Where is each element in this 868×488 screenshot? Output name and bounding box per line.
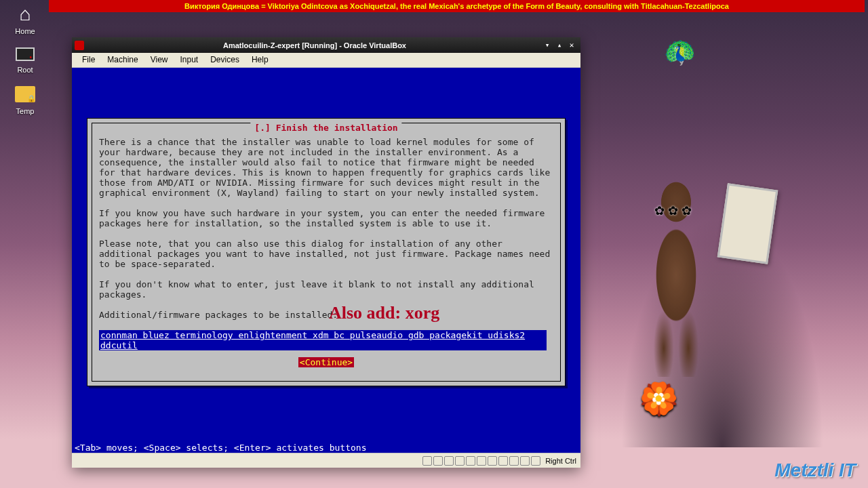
status-cpu-icon[interactable] bbox=[509, 456, 519, 466]
menu-bar: File Machine View Input Devices Help bbox=[72, 53, 580, 68]
key-hint: <Tab> moves; <Space> selects; <Enter> ac… bbox=[72, 443, 369, 453]
desktop-icon-label: Root bbox=[8, 66, 42, 74]
menu-help[interactable]: Help bbox=[245, 53, 275, 67]
dialog-paragraph: Please note, that you can also use this … bbox=[99, 239, 553, 269]
menu-machine[interactable]: Machine bbox=[101, 53, 144, 67]
menu-devices[interactable]: Devices bbox=[204, 53, 245, 67]
menu-view[interactable]: View bbox=[144, 53, 174, 67]
virtualbox-window: Amatlocuilin-Z-expert [Running] - Oracle… bbox=[72, 37, 580, 468]
wallpaper-bird: 🦚 bbox=[661, 35, 698, 69]
status-hdd-icon[interactable] bbox=[422, 456, 432, 466]
status-keyboard-icon[interactable] bbox=[531, 456, 540, 466]
status-display-icon[interactable] bbox=[488, 456, 497, 466]
hostkey-label: Right Ctrl bbox=[545, 457, 576, 465]
statusbar: Right Ctrl bbox=[72, 453, 580, 468]
dialog-border: [.] Finish the installation There is a c… bbox=[92, 123, 561, 382]
status-mouse-icon[interactable] bbox=[520, 456, 530, 466]
menu-input[interactable]: Input bbox=[174, 53, 205, 67]
desktop-icon-root[interactable]: Root bbox=[8, 47, 42, 74]
status-network-icon[interactable] bbox=[455, 456, 465, 466]
minimize-button[interactable]: ▾ bbox=[541, 41, 553, 49]
brand-logo: Metztli IT bbox=[774, 460, 856, 481]
home-icon: ⌂ bbox=[8, 3, 42, 25]
desktop-icon-label: Temp bbox=[8, 107, 42, 115]
status-optical-icon[interactable] bbox=[433, 456, 443, 466]
desktop-icon-home[interactable]: ⌂ Home bbox=[8, 3, 42, 35]
close-button[interactable]: ✕ bbox=[566, 41, 578, 49]
window-titlebar: Amatlocuilin-Z-expert [Running] - Oracle… bbox=[72, 37, 580, 53]
menu-file[interactable]: File bbox=[76, 53, 101, 67]
desktop-icon-temp[interactable]: Temp bbox=[8, 86, 42, 115]
wallpaper-glyph: 🏵️ bbox=[639, 380, 678, 417]
packages-input[interactable]: connman bluez terminology enlightenment … bbox=[99, 330, 547, 350]
dialog-title: [.] Finish the installation bbox=[250, 123, 401, 133]
vm-client-area: [.] Finish the installation There is a c… bbox=[72, 68, 580, 453]
window-title-text: Amatlocuilin-Z-expert [Running] - Oracle… bbox=[88, 41, 541, 49]
folder-lock-icon bbox=[15, 86, 35, 102]
monitor-icon bbox=[16, 47, 35, 61]
status-shared-icon[interactable] bbox=[477, 456, 486, 466]
wallpaper-flowers: ✿ ✿ ✿ bbox=[654, 203, 692, 218]
dialog-paragraph: There is a chance that the installer was… bbox=[99, 137, 553, 198]
handwritten-annotation: Also add: xorg bbox=[329, 303, 439, 323]
wallpaper-card bbox=[717, 183, 778, 264]
maximize-button[interactable]: ▴ bbox=[553, 41, 566, 49]
status-recording-icon[interactable] bbox=[498, 456, 508, 466]
top-banner: Bиктория Одинцова = Viktoriya Odintcova … bbox=[49, 0, 865, 12]
installer-dialog: [.] Finish the installation There is a c… bbox=[87, 118, 566, 386]
dialog-paragraph: If you know you have such hardware in yo… bbox=[99, 208, 553, 228]
dialog-prompt: Additional/firmware packages to be insta… bbox=[99, 310, 553, 320]
virtualbox-icon bbox=[75, 41, 84, 50]
status-usb-icon[interactable] bbox=[466, 456, 475, 466]
dialog-paragraph: If you don't know what to enter, just le… bbox=[99, 279, 553, 300]
continue-button[interactable]: <Continue> bbox=[298, 357, 354, 367]
status-audio-icon[interactable] bbox=[444, 456, 454, 466]
desktop-icon-label: Home bbox=[8, 27, 42, 35]
